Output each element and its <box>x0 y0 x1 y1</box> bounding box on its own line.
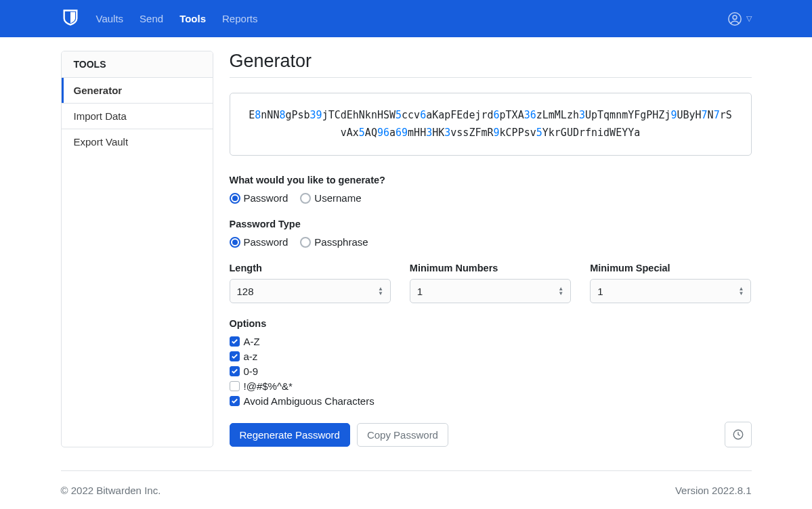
footer: © 2022 Bitwarden Inc. Version 2022.8.1 <box>61 470 752 496</box>
nav-link-reports[interactable]: Reports <box>222 13 258 24</box>
min-numbers-label: Minimum Numbers <box>410 263 571 273</box>
spinner-icon[interactable]: ▲▼ <box>378 286 383 296</box>
password-type-label: Password Type <box>230 219 752 229</box>
generate-type-label: What would you like to generate? <box>230 175 752 185</box>
radio-password[interactable]: Password <box>230 236 289 248</box>
bitwarden-logo-icon[interactable] <box>61 8 96 30</box>
regenerate-button[interactable]: Regenerate Password <box>230 423 350 447</box>
min-numbers-value: 1 <box>417 286 423 297</box>
checkbox-avoid-ambiguous-characters[interactable]: Avoid Ambiguous Characters <box>230 395 752 407</box>
generated-password-display: E8nNN8gPsb39jTCdEhNknHSW5ccv6aKapFEdejrd… <box>230 93 752 156</box>
checkbox-label: !@#$%^&* <box>244 380 293 392</box>
checkbox-icon <box>230 351 240 361</box>
account-menu[interactable]: ▽ <box>727 12 752 26</box>
navbar: VaultsSendToolsReports ▽ <box>0 0 812 37</box>
sidebar-item-generator[interactable]: Generator <box>62 78 213 104</box>
min-special-input[interactable]: 1 ▲▼ <box>590 279 751 303</box>
footer-version: Version 2022.8.1 <box>675 485 752 496</box>
sidebar: TOOLS GeneratorImport DataExport Vault <box>61 51 213 447</box>
caret-down-icon: ▽ <box>746 14 752 23</box>
spinner-icon[interactable]: ▲▼ <box>558 286 563 296</box>
checkbox-0-9[interactable]: 0-9 <box>230 366 752 377</box>
length-input[interactable]: 128 ▲▼ <box>230 279 391 303</box>
nav-links: VaultsSendToolsReports <box>96 13 727 24</box>
checkbox-label: 0-9 <box>244 366 259 377</box>
radio-password[interactable]: Password <box>230 192 289 204</box>
min-special-value: 1 <box>597 286 603 297</box>
min-numbers-input[interactable]: 1 ▲▼ <box>410 279 571 303</box>
checkbox-icon <box>230 336 240 347</box>
radio-label: Password <box>244 236 289 248</box>
nav-link-vaults[interactable]: Vaults <box>96 13 124 24</box>
checkbox-icon <box>230 366 240 376</box>
checkbox-a-z[interactable]: A-Z <box>230 336 752 347</box>
radio-icon <box>230 193 240 204</box>
radio-icon <box>300 193 311 204</box>
radio-label: Passphrase <box>314 236 368 248</box>
radio-icon <box>300 237 311 248</box>
checkbox-icon <box>230 381 240 391</box>
copy-button[interactable]: Copy Password <box>357 423 448 447</box>
checkbox-icon <box>230 396 240 406</box>
sidebar-item-import-data[interactable]: Import Data <box>62 104 213 129</box>
options-checkboxes: A-Za-z0-9!@#$%^&*Avoid Ambiguous Charact… <box>230 336 752 407</box>
checkbox-a-z[interactable]: a-z <box>230 351 752 362</box>
main-content: Generator E8nNN8gPsb39jTCdEhNknHSW5ccv6a… <box>230 51 752 447</box>
account-icon <box>727 12 742 26</box>
length-value: 128 <box>237 286 254 297</box>
length-label: Length <box>230 263 391 273</box>
footer-copyright: © 2022 Bitwarden Inc. <box>61 485 161 496</box>
password-type-radios: PasswordPassphrase <box>230 236 752 248</box>
radio-label: Username <box>314 192 361 204</box>
radio-label: Password <box>244 192 289 204</box>
options-label: Options <box>230 318 752 329</box>
generate-type-radios: PasswordUsername <box>230 192 752 204</box>
checkbox-[interactable]: !@#$%^&* <box>230 380 752 392</box>
radio-username[interactable]: Username <box>300 192 361 204</box>
radio-passphrase[interactable]: Passphrase <box>300 236 368 248</box>
checkbox-label: A-Z <box>244 336 260 347</box>
sidebar-item-export-vault[interactable]: Export Vault <box>62 129 213 154</box>
clock-icon <box>732 428 744 441</box>
history-button[interactable] <box>725 422 752 447</box>
radio-icon <box>230 237 240 248</box>
min-special-label: Minimum Special <box>590 263 751 273</box>
checkbox-label: Avoid Ambiguous Characters <box>244 395 375 407</box>
nav-link-tools[interactable]: Tools <box>179 13 206 24</box>
sidebar-header: TOOLS <box>62 51 213 78</box>
page-title: Generator <box>230 51 752 78</box>
nav-link-send[interactable]: Send <box>140 13 163 24</box>
spinner-icon[interactable]: ▲▼ <box>739 286 744 296</box>
checkbox-label: a-z <box>244 351 258 362</box>
svg-point-1 <box>733 15 737 19</box>
